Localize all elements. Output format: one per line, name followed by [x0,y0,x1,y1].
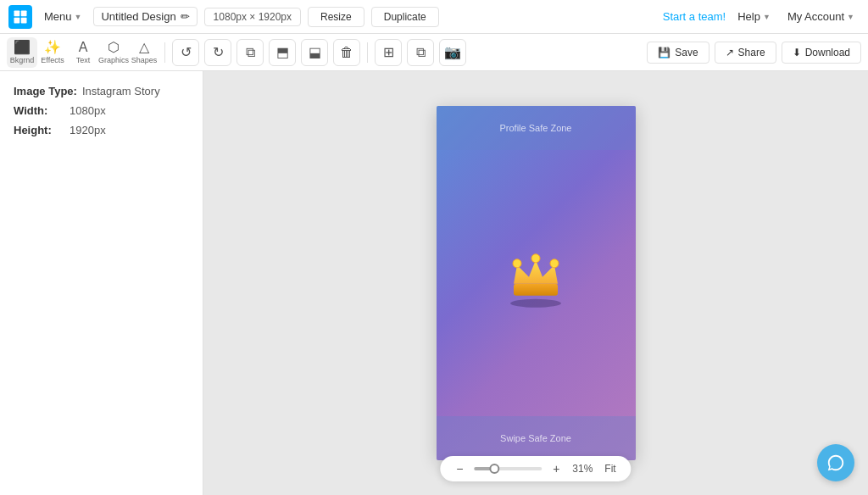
zoom-slider[interactable] [474,467,542,470]
delete-button[interactable]: 🗑 [333,39,360,66]
resize-button[interactable]: Resize [308,7,364,27]
layers-button[interactable]: ⧉ [407,39,434,66]
undo-button[interactable]: ↺ [172,39,199,66]
zoom-percentage: 31% [570,463,594,475]
image-type-value: Instagram Story [82,85,160,97]
account-chevron-icon: ▼ [847,13,854,21]
background-label: Bkgrnd [10,56,35,64]
graphics-label: Graphics [98,56,129,64]
width-value: 1080px [70,104,106,117]
toolbar-divider-1 [164,42,165,63]
design-title: Untitled Design [101,10,175,23]
toolbar-divider-2 [367,42,368,63]
profile-safe-zone-label: Profile Safe Zone [500,123,572,133]
background-tool[interactable]: ⬛ Bkgrnd [7,37,37,68]
svg-rect-1 [21,10,27,16]
width-property: Width: 1080px [14,104,189,117]
main-layout: Image Type: Instagram Story Width: 1080p… [0,71,868,495]
graphics-tool[interactable]: ⬡ Graphics [98,37,129,68]
shapes-tool[interactable]: △ Shapes [129,37,159,68]
graphics-icon: ⬡ [108,41,120,54]
svg-rect-3 [21,17,27,23]
shapes-icon: △ [139,41,149,54]
help-chevron-icon: ▼ [763,13,771,21]
properties-sidebar: Image Type: Instagram Story Width: 1080p… [0,71,203,495]
design-canvas[interactable]: Profile Safe Zone [437,106,636,460]
tool-group-left: ⬛ Bkgrnd ✨ Effects A Text ⬡ Graphics △ S… [7,37,159,68]
start-team-button[interactable]: Start a team! [663,10,726,23]
share-icon: ↗ [726,47,734,58]
effects-icon: ✨ [44,41,61,54]
account-button[interactable]: My Account ▼ [782,7,860,26]
save-button[interactable]: 💾 Save [647,42,709,64]
shapes-label: Shapes [131,56,158,64]
duplicate-button[interactable]: Duplicate [371,7,439,27]
save-label: Save [675,47,698,58]
svg-rect-4 [514,284,558,296]
zoom-fit-button[interactable]: Fit [601,463,619,475]
redo-button[interactable]: ↻ [204,39,231,66]
image-type-property: Image Type: Instagram Story [14,85,189,97]
menu-button[interactable]: Menu ▼ [39,7,86,26]
text-label: Text [76,56,91,64]
chat-icon [826,453,845,472]
chat-button[interactable] [817,444,854,481]
height-label: Height: [14,124,64,136]
help-button[interactable]: Help ▼ [732,7,776,26]
zoom-slider-thumb [489,464,499,474]
effects-tool[interactable]: ✨ Effects [37,37,68,68]
dimensions-label: 1080px × 1920px [214,11,292,23]
help-label: Help [737,10,760,23]
text-tool[interactable]: A Text [68,37,98,68]
height-property: Height: 1920px [14,124,189,136]
download-label: Download [805,47,850,58]
save-icon: 💾 [658,47,670,58]
text-icon: A [79,41,88,54]
svg-rect-2 [14,17,20,23]
crown-icon [505,253,566,303]
dimensions-display[interactable]: 1080px × 1920px [204,8,301,26]
design-title-area[interactable]: Untitled Design ✏ [93,7,197,26]
toolbar-right-actions: 💾 Save ↗ Share ⬇ Download [647,42,861,64]
copy-button[interactable]: ⧉ [236,39,264,66]
menu-label: Menu [44,10,72,23]
account-label: My Account [787,10,844,23]
app-logo[interactable] [8,5,32,29]
zoom-in-button[interactable]: + [548,461,564,476]
swipe-safe-zone: Swipe Safe Zone [437,416,636,460]
share-button[interactable]: ↗ Share [715,42,776,64]
width-label: Width: [14,104,64,117]
layer-up-button[interactable]: ⬓ [301,39,328,66]
zoom-bar: − + 31% Fit [440,456,631,481]
profile-safe-zone: Profile Safe Zone [437,106,636,150]
height-value: 1920px [70,124,106,136]
download-button[interactable]: ⬇ Download [782,42,861,64]
canvas-area: Profile Safe Zone [203,71,868,495]
swipe-safe-zone-label: Swipe Safe Zone [500,433,571,443]
crown-shadow [510,299,561,308]
share-label: Share [738,47,765,58]
menu-chevron-icon: ▼ [75,13,82,21]
crown-element[interactable] [505,253,566,308]
editor-toolbar: ⬛ Bkgrnd ✨ Effects A Text ⬡ Graphics △ S… [0,34,868,71]
top-navigation: Menu ▼ Untitled Design ✏ 1080px × 1920px… [0,0,868,34]
layer-down-button[interactable]: ⬒ [269,39,296,66]
svg-rect-0 [14,10,20,16]
zoom-out-button[interactable]: − [452,461,467,476]
edit-icon: ✏ [181,10,190,23]
download-icon: ⬇ [793,47,801,58]
background-icon: ⬛ [14,41,31,54]
effects-label: Effects [41,56,64,64]
instagram-button[interactable]: 📷 [439,39,466,66]
image-type-label: Image Type: [14,85,77,97]
grid-button[interactable]: ⊞ [375,39,402,66]
